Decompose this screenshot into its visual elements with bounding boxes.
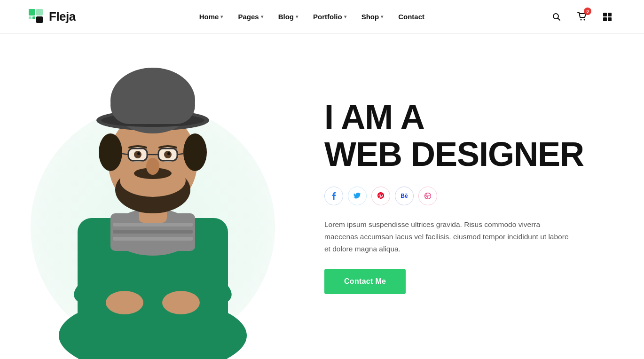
- nav-item-shop[interactable]: Shop ▾: [361, 13, 384, 21]
- chevron-down-icon: ▾: [296, 14, 298, 19]
- cart-button[interactable]: 0: [573, 8, 590, 25]
- svg-point-14: [162, 291, 200, 314]
- logo-text: Fleja: [49, 9, 76, 24]
- svg-point-8: [584, 19, 585, 20]
- social-icon-pinterest[interactable]: [371, 187, 390, 205]
- social-icons-group: Bē: [324, 187, 437, 205]
- svg-point-25: [146, 158, 159, 175]
- nav-item-contact[interactable]: Contact: [398, 13, 424, 21]
- svg-rect-4: [36, 16, 43, 23]
- logo-icon: [28, 8, 45, 25]
- nav-item-blog[interactable]: Blog ▾: [278, 13, 298, 21]
- person-svg: [31, 54, 275, 359]
- svg-rect-19: [113, 237, 193, 241]
- hero-title: I AM A WEB DESIGNER: [324, 99, 584, 173]
- nav-item-pages[interactable]: Pages ▾: [238, 13, 263, 21]
- hero-section: I AM A WEB DESIGNER Bē: [0, 34, 644, 359]
- nav-item-home[interactable]: Home ▾: [199, 13, 223, 21]
- svg-rect-3: [32, 16, 35, 19]
- chevron-down-icon: ▾: [261, 14, 263, 19]
- grid-view-button[interactable]: [599, 8, 616, 25]
- search-icon: [552, 13, 561, 21]
- nav-item-portfolio[interactable]: Portfolio ▾: [313, 13, 346, 21]
- hero-description: Lorem ipsum suspendisse ultrices gravida…: [324, 219, 569, 256]
- header-icons: 0: [548, 8, 616, 25]
- twitter-icon: [353, 193, 361, 199]
- chevron-down-icon: ▾: [220, 14, 223, 19]
- social-icon-facebook[interactable]: [324, 187, 343, 205]
- svg-rect-0: [29, 9, 35, 16]
- svg-point-35: [137, 152, 140, 155]
- grid-icon: [603, 13, 612, 21]
- svg-point-13: [106, 291, 143, 314]
- svg-point-7: [581, 19, 582, 20]
- svg-rect-2: [29, 16, 31, 19]
- dribbble-icon: [424, 193, 431, 199]
- hero-image-area: [0, 34, 306, 359]
- cart-badge: 0: [584, 8, 591, 15]
- svg-rect-1: [36, 9, 43, 16]
- main-nav: Home ▾ Pages ▾ Blog ▾ Portfolio ▾ Shop ▾…: [199, 13, 424, 21]
- svg-point-38: [183, 133, 207, 171]
- hero-content: I AM A WEB DESIGNER Bē: [306, 99, 644, 294]
- contact-me-button[interactable]: Contact Me: [324, 269, 406, 294]
- hero-person-image: [31, 54, 275, 359]
- svg-line-6: [558, 18, 560, 20]
- behance-label: Bē: [401, 193, 408, 199]
- search-button[interactable]: [548, 8, 565, 25]
- social-icon-twitter[interactable]: [348, 187, 367, 205]
- svg-point-37: [99, 133, 122, 171]
- logo[interactable]: Fleja: [28, 8, 76, 25]
- chevron-down-icon: ▾: [344, 14, 346, 19]
- svg-rect-17: [113, 223, 193, 226]
- chevron-down-icon: ▾: [381, 14, 383, 19]
- social-icon-behance[interactable]: Bē: [395, 187, 414, 205]
- svg-rect-42: [110, 86, 195, 124]
- pinterest-icon: [377, 192, 384, 200]
- header: Fleja Home ▾ Pages ▾ Blog ▾ Portfolio ▾ …: [0, 0, 644, 34]
- social-icon-dribbble[interactable]: [418, 187, 437, 205]
- facebook-icon: [331, 192, 336, 200]
- svg-point-36: [167, 152, 170, 155]
- svg-rect-18: [113, 230, 193, 234]
